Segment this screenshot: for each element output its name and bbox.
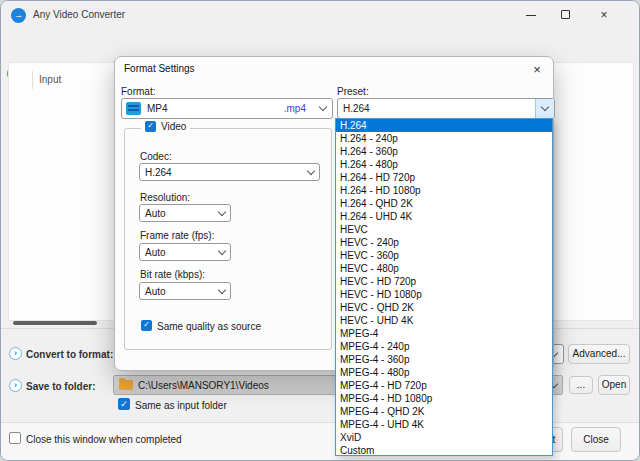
preset-option[interactable]: H.264 - HD 1080p (336, 184, 552, 197)
framerate-combobox[interactable]: Auto (139, 243, 231, 261)
format-value: MP4 (147, 103, 168, 114)
dialog-title: Format Settings (124, 63, 195, 74)
preset-option[interactable]: HEVC - HD 720p (336, 275, 552, 288)
preset-option[interactable]: HEVC - QHD 2K (336, 301, 552, 314)
app-logo-icon: → (11, 8, 26, 23)
titlebar: → Any Video Converter × (1, 1, 639, 29)
minimize-icon (526, 15, 536, 16)
chevron-down-icon (218, 285, 226, 293)
preset-dropdown-list: H.264H.264 - 240pH.264 - 360pH.264 - 480… (335, 118, 553, 456)
video-groupbox: ✓ Video Codec: H.264 Resolution: Auto Fr… (124, 128, 332, 350)
video-checkbox-row[interactable]: ✓ Video (141, 121, 190, 132)
same-quality-label: Same quality as source (157, 321, 261, 332)
input-column-header[interactable]: Input (39, 74, 61, 85)
save-to-folder-label: Save to folder: (26, 381, 95, 392)
codec-label: Codec: (140, 151, 172, 162)
preset-option[interactable]: H.264 (336, 119, 552, 132)
output-folder-path: C:\Users\MANSORY1\Videos (138, 380, 269, 391)
preset-option[interactable]: MPEG-4 - UHD 4K (336, 418, 552, 431)
codec-value: H.264 (145, 167, 172, 178)
preset-option[interactable]: MPEG-4 - 480p (336, 366, 552, 379)
preset-option[interactable]: MPEG-4 (336, 327, 552, 340)
preset-option[interactable]: HEVC - 240p (336, 236, 552, 249)
preset-label: Preset: (337, 86, 369, 97)
format-label: Format: (121, 86, 155, 97)
folder-icon (119, 380, 133, 390)
preset-option[interactable]: Custom (336, 444, 552, 457)
same-quality-checkbox[interactable]: ✓ (141, 320, 152, 331)
browse-folder-button[interactable]: ... (569, 376, 593, 394)
preset-option[interactable]: XviD (336, 431, 552, 444)
horizontal-scrollbar-thumb[interactable] (13, 321, 97, 325)
preset-option[interactable]: H.264 - 360p (336, 145, 552, 158)
preset-option[interactable]: MPEG-4 - 240p (336, 340, 552, 353)
chevron-down-icon (218, 246, 226, 254)
preset-value: H.264 (343, 103, 370, 114)
convert-to-format-label: Convert to format: (26, 349, 113, 360)
preset-option[interactable]: HEVC (336, 223, 552, 236)
framerate-label: Frame rate (fps): (140, 230, 214, 241)
advanced-button[interactable]: Advanced... (568, 344, 630, 364)
chevron-down-icon (541, 103, 549, 111)
preset-option[interactable]: HEVC - UHD 4K (336, 314, 552, 327)
dialog-close-button[interactable]: × (527, 60, 547, 79)
resolution-label: Resolution: (140, 192, 190, 203)
close-button[interactable]: Close (571, 427, 621, 452)
save-folder-icon: › (9, 379, 22, 392)
preset-option[interactable]: H.264 - 240p (336, 132, 552, 145)
resolution-value: Auto (145, 208, 166, 219)
format-extension: .mp4 (284, 103, 306, 114)
video-checkbox[interactable]: ✓ (145, 121, 156, 132)
preset-option[interactable]: MPEG-4 - HD 1080p (336, 392, 552, 405)
close-window-button[interactable]: × (587, 1, 621, 29)
bitrate-combobox[interactable]: Auto (139, 282, 231, 300)
preset-option[interactable]: MPEG-4 - 360p (336, 353, 552, 366)
preset-option[interactable]: MPEG-4 - HD 720p (336, 379, 552, 392)
preset-dropdown-button[interactable] (535, 99, 554, 118)
close-when-completed-label: Close this window when completed (26, 434, 182, 445)
framerate-value: Auto (145, 247, 166, 258)
close-when-completed-checkbox[interactable] (9, 432, 21, 444)
format-combobox[interactable]: MP4 .mp4 (121, 98, 333, 119)
maximize-icon (561, 10, 570, 19)
video-group-label: Video (161, 121, 186, 132)
open-folder-button[interactable]: Open (598, 375, 630, 395)
column-divider (32, 71, 33, 89)
app-window: → Any Video Converter × + Add Files + Ad… (0, 0, 640, 461)
preset-option[interactable]: H.264 - UHD 4K (336, 210, 552, 223)
convert-format-icon: › (9, 347, 22, 360)
preset-option[interactable]: H.264 - 480p (336, 158, 552, 171)
filmstrip-icon (126, 102, 141, 115)
chevron-down-icon (218, 207, 226, 215)
chevron-down-icon (307, 166, 315, 174)
window-title: Any Video Converter (33, 9, 125, 20)
bitrate-value: Auto (145, 286, 166, 297)
preset-option[interactable]: MPEG-4 - QHD 2K (336, 405, 552, 418)
minimize-button[interactable] (516, 1, 546, 29)
bitrate-label: Bit rate (kbps): (140, 269, 205, 280)
codec-combobox[interactable]: H.264 (139, 163, 320, 181)
preset-option[interactable]: H.264 - HD 720p (336, 171, 552, 184)
chevron-down-icon (319, 103, 327, 111)
preset-option[interactable]: H.264 - QHD 2K (336, 197, 552, 210)
same-as-input-checkbox[interactable]: ✓ (118, 398, 130, 410)
preset-option[interactable]: HEVC - 360p (336, 249, 552, 262)
preset-combobox[interactable]: H.264 (337, 98, 555, 119)
preset-option[interactable]: HEVC - 480p (336, 262, 552, 275)
preset-option[interactable]: HEVC - HD 1080p (336, 288, 552, 301)
same-as-input-label: Same as input folder (135, 400, 227, 411)
resolution-combobox[interactable]: Auto (139, 204, 231, 222)
maximize-button[interactable] (551, 1, 581, 29)
